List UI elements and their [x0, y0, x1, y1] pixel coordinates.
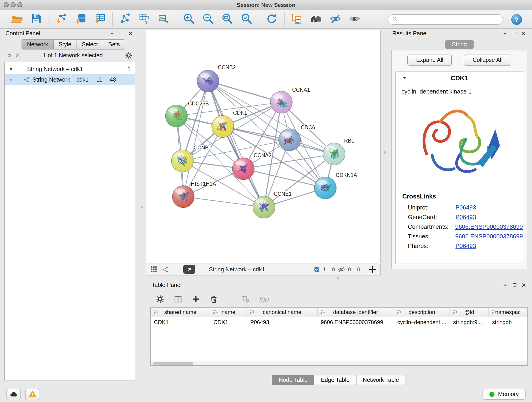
- tab-edge-table[interactable]: Edge Table: [314, 375, 356, 385]
- new-network-from-selection-button[interactable]: [138, 12, 151, 26]
- column-header--id[interactable]: @id: [450, 307, 489, 317]
- float-window-icon[interactable]: [512, 282, 517, 288]
- help-button[interactable]: ?: [510, 13, 523, 26]
- table-row[interactable]: CDK1CDK1P064939606.ENSP00000378699cyclin…: [151, 317, 527, 327]
- save-session-button[interactable]: [29, 12, 43, 26]
- network-collection-row[interactable]: String Network – cdk1 1: [5, 64, 135, 74]
- edge-CCNB2-HIST1H1A[interactable]: [183, 81, 208, 197]
- import-network-from-file-button[interactable]: [55, 12, 68, 26]
- refresh-button[interactable]: [265, 12, 279, 26]
- expand-all-button[interactable]: Expand All: [408, 55, 452, 65]
- chevron-down-icon[interactable]: [109, 31, 115, 36]
- export-network-button[interactable]: [183, 265, 195, 274]
- table-gear-icon[interactable]: [156, 295, 165, 303]
- node-CDKN1A[interactable]: [314, 177, 336, 199]
- node-CCNE1[interactable]: [253, 196, 275, 218]
- crosslink-value-link[interactable]: 9606.ENSP00000378699: [455, 233, 523, 240]
- close-icon[interactable]: [521, 31, 526, 36]
- delete-column-icon[interactable]: [209, 295, 218, 303]
- column-header-database-identifier[interactable]: database identifier: [317, 307, 394, 317]
- crosslink-value-link[interactable]: P06493: [456, 214, 476, 220]
- node-CCNB2[interactable]: [197, 70, 219, 92]
- float-window-icon[interactable]: [119, 31, 124, 36]
- node-CCNA2[interactable]: [232, 158, 254, 180]
- node-CCNA1[interactable]: [270, 91, 292, 113]
- tab-select[interactable]: Select: [76, 39, 103, 50]
- column-header-namespac[interactable]: namespac: [489, 307, 527, 317]
- memory-button[interactable]: Memory: [482, 389, 526, 400]
- tab-style[interactable]: Style: [53, 39, 77, 50]
- table-cell[interactable]: 9606.ENSP00000378699: [317, 317, 394, 327]
- pan-mode-icon[interactable]: [368, 265, 377, 274]
- new-network-button[interactable]: [118, 12, 132, 26]
- table-cell[interactable]: cyclin–dependent ...: [394, 317, 450, 327]
- add-column-icon[interactable]: [191, 295, 200, 303]
- cloud-button[interactable]: [6, 389, 21, 400]
- gear-icon[interactable]: [125, 51, 133, 59]
- zoom-fit-button[interactable]: [220, 12, 234, 26]
- network-row[interactable]: String Network – cdk1 11 48: [5, 74, 135, 85]
- delete-table-icon[interactable]: [241, 295, 250, 303]
- expand-all-networks-icon[interactable]: [6, 52, 12, 58]
- tab-node-table[interactable]: Node Table: [272, 375, 315, 385]
- hide-selection-button[interactable]: [329, 12, 342, 26]
- node-HIST1H1A[interactable]: [172, 186, 194, 208]
- table-cell[interactable]: stringdb: [489, 317, 527, 327]
- network-graph[interactable]: CCNB2CCNA1CDC25BCDK1CDC6RB1CCNB1CCNA2CDK…: [146, 30, 381, 264]
- table-cell[interactable]: stringdb:9...: [450, 317, 489, 327]
- edge-CCNB2-CCNA1[interactable]: [208, 81, 281, 102]
- chevron-down-icon[interactable]: [502, 282, 508, 288]
- open-session-button[interactable]: [10, 12, 24, 26]
- export-image-button[interactable]: [157, 12, 171, 26]
- node-RB1[interactable]: [323, 143, 345, 165]
- table-cell[interactable]: CDK1: [151, 317, 210, 327]
- edge-HIST1H1A-CCNE1[interactable]: [183, 197, 264, 207]
- tab-sets[interactable]: Sets: [103, 39, 125, 50]
- zoom-selected-button[interactable]: [240, 12, 253, 26]
- import-network-from-database-button[interactable]: [74, 12, 88, 26]
- zoom-window-button[interactable]: [17, 2, 22, 7]
- column-header-description[interactable]: description: [394, 307, 450, 317]
- table-cell[interactable]: CDK1: [210, 317, 247, 327]
- selected-checkbox-icon[interactable]: [313, 266, 320, 273]
- horizontal-scrollbar[interactable]: [151, 361, 527, 365]
- string-tab-badge[interactable]: String: [445, 40, 474, 49]
- copy-document-button[interactable]: [290, 12, 304, 26]
- float-window-icon[interactable]: [512, 31, 517, 36]
- birdseye-grid-icon[interactable]: [150, 265, 158, 273]
- home-button[interactable]: [309, 12, 323, 26]
- column-header-canonical-name[interactable]: canonical name: [247, 307, 317, 317]
- bottom-splitter-handle[interactable]: [337, 277, 339, 280]
- function-builder-icon[interactable]: f(x): [259, 294, 270, 305]
- scrollbar-thumb[interactable]: [153, 362, 193, 365]
- close-icon[interactable]: [128, 31, 133, 36]
- chevron-down-icon[interactable]: [502, 31, 508, 36]
- zoom-out-button[interactable]: [201, 12, 215, 26]
- crosslink-value-link[interactable]: 9606.ENSP00000378699: [455, 223, 523, 230]
- node-CDK1[interactable]: [212, 115, 234, 138]
- disclosure-triangle-icon[interactable]: [9, 67, 13, 71]
- tab-network[interactable]: Network: [22, 39, 54, 50]
- collapse-entry-icon[interactable]: [401, 75, 408, 81]
- hidden-eye-icon[interactable]: [338, 266, 345, 273]
- network-canvas[interactable]: CCNB2CCNA1CDC25BCDK1CDC6RB1CCNB1CCNA2CDK…: [146, 30, 381, 263]
- column-header-shared-name[interactable]: shared name: [151, 307, 210, 317]
- collapse-all-button[interactable]: Collapse All: [464, 55, 511, 65]
- node-CDC6[interactable]: [279, 129, 301, 151]
- close-icon[interactable]: [521, 282, 526, 288]
- search-field[interactable]: [388, 14, 503, 25]
- node-CCNB1[interactable]: [171, 150, 193, 172]
- close-window-button[interactable]: [4, 2, 9, 7]
- right-splitter-handle[interactable]: [384, 151, 386, 153]
- show-all-button[interactable]: [348, 12, 361, 26]
- table-cell[interactable]: P06493: [247, 317, 317, 327]
- gene-card-header[interactable]: CDK1: [396, 72, 523, 84]
- minimize-window-button[interactable]: [11, 2, 16, 7]
- crosslink-value-link[interactable]: P06493: [456, 242, 476, 249]
- warnings-button[interactable]: [25, 389, 39, 400]
- node-CDC25B[interactable]: [165, 105, 187, 127]
- edge-CCNB2-CCNE1[interactable]: [208, 81, 264, 207]
- collapse-all-networks-icon[interactable]: [15, 52, 21, 58]
- crosslink-value-link[interactable]: P06493: [456, 204, 476, 211]
- network-overview-icon[interactable]: [162, 266, 169, 273]
